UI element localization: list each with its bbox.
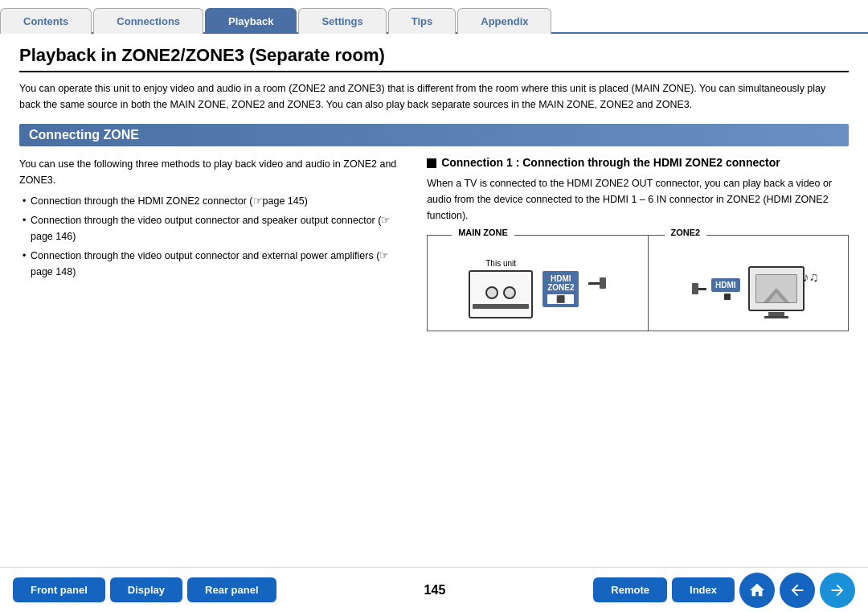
page-ref: ☞page 145 — [253, 195, 305, 207]
tab-settings[interactable]: Settings — [298, 8, 386, 34]
zone2-plug — [692, 283, 698, 294]
tab-connections[interactable]: Connections — [93, 8, 203, 34]
list-item: Connection through the HDMI ZONE2 connec… — [23, 193, 403, 209]
zone2-section: ZONE2 HDMI — [649, 236, 849, 331]
item-text: Connection through the HDMI ZONE2 connec… — [31, 195, 253, 207]
music-notes-icon: ♪♫ — [803, 270, 819, 285]
home-icon — [748, 581, 766, 599]
tv-screen — [755, 274, 797, 303]
connection-diagram: MAIN ZONE This unit — [427, 235, 849, 331]
section-header: Connecting ZONE — [19, 124, 849, 146]
page-title: Playback in ZONE2/ZONE3 (Separate room) — [19, 45, 849, 72]
hdmi-zone2-label-line2: ZONE2 — [547, 283, 574, 292]
connection-title: Connection 1 : Connection through the HD… — [441, 156, 780, 169]
hdmi-zone2-label-line1: HDMI — [547, 274, 574, 283]
zone2-connector — [692, 283, 706, 294]
left-column: You can use the following three methods … — [19, 156, 403, 331]
unit-circles — [485, 286, 516, 299]
tv-illustration: ♪♫ — [748, 266, 805, 311]
right-column: Connection 1 : Connection through the HD… — [427, 156, 849, 331]
method-list: Connection through the HDMI ZONE2 connec… — [19, 193, 403, 280]
connection-heading: Connection 1 : Connection through the HD… — [427, 156, 849, 169]
display-button[interactable]: Display — [110, 577, 182, 602]
zone2-line — [698, 288, 706, 290]
hdmi-right-area: HDMI — [711, 278, 743, 300]
unit-circle — [503, 286, 516, 299]
mountain-icon-2 — [768, 293, 784, 302]
unit-bottom-bar — [473, 304, 529, 309]
diagram-wrapper: MAIN ZONE This unit — [427, 235, 849, 331]
main-zone-label: MAIN ZONE — [452, 228, 514, 237]
forward-button[interactable] — [820, 573, 855, 608]
list-item: Connection through the video output conn… — [23, 248, 403, 280]
intro-text: You can operate this unit to enjoy video… — [19, 80, 849, 113]
back-button[interactable] — [780, 573, 815, 608]
connection-description: When a TV is connected to the HDMI ZONE2… — [427, 175, 849, 224]
connector-line-area — [588, 277, 606, 289]
unit-circle — [485, 286, 498, 299]
main-zone-section: MAIN ZONE This unit — [428, 236, 648, 331]
bottom-nav: Front panel Display Rear panel 145 Remot… — [0, 567, 868, 612]
unit-illustration — [469, 270, 533, 318]
list-item: Connection through the video output conn… — [23, 212, 403, 244]
hdmi-right-port — [724, 294, 731, 300]
tab-appendix[interactable]: Appendix — [457, 8, 551, 34]
tab-tips[interactable]: Tips — [388, 8, 457, 34]
page-link-145[interactable]: ☞page 145 — [253, 195, 305, 207]
back-arrow-icon — [788, 581, 806, 599]
connector-line — [588, 282, 600, 285]
tv-box — [748, 266, 805, 311]
rear-panel-button[interactable]: Rear panel — [187, 577, 276, 602]
heading-square-icon — [427, 158, 436, 168]
remote-button[interactable]: Remote — [593, 577, 667, 602]
left-intro: You can use the following three methods … — [19, 156, 403, 188]
zone2-label: ZONE2 — [665, 228, 707, 237]
connector-plug — [600, 277, 606, 289]
page-number: 145 — [281, 583, 589, 598]
item-text: Connection through the video output conn… — [31, 215, 381, 226]
home-button[interactable] — [739, 573, 775, 608]
hdmi-right-label: HDMI — [711, 278, 740, 292]
main-content: Playback in ZONE2/ZONE3 (Separate room) … — [0, 34, 868, 331]
forward-arrow-icon — [829, 581, 846, 599]
hdmi-port-icon: ⬛ — [547, 294, 574, 304]
tab-playback[interactable]: Playback — [205, 8, 297, 34]
tab-contents[interactable]: Contents — [0, 8, 92, 34]
two-column-layout: You can use the following three methods … — [19, 156, 849, 331]
tv-foot — [764, 316, 788, 318]
top-tabs: Contents Connections Playback Settings T… — [0, 0, 868, 34]
item-text: Connection through the video output conn… — [31, 250, 379, 261]
front-panel-button[interactable]: Front panel — [13, 577, 105, 602]
index-button[interactable]: Index — [672, 577, 735, 602]
hdmi-zone2-box: HDMI ZONE2 ⬛ — [542, 271, 579, 307]
unit-label: This unit — [485, 259, 516, 268]
